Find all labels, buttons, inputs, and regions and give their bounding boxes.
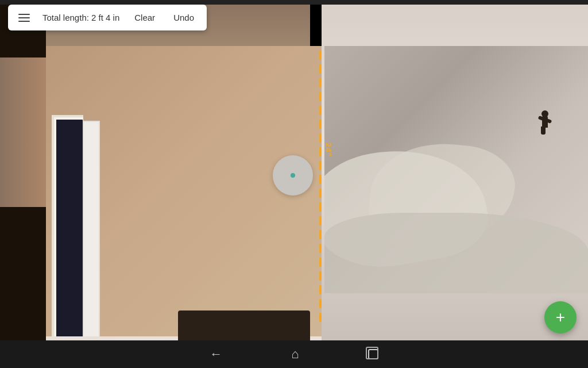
hamburger-line-2 (18, 17, 30, 18)
nav-recents-button[interactable] (368, 349, 378, 359)
measure-line (319, 51, 322, 338)
furniture-bottom (178, 310, 310, 345)
clear-button[interactable]: Clear (131, 10, 158, 25)
surfer-figure (536, 115, 554, 138)
drag-handle-dot (291, 173, 295, 178)
hamburger-line-3 (18, 21, 30, 22)
total-length-label: Total length: 2 ft 4 in (42, 13, 119, 22)
door-panel (83, 121, 100, 345)
nav-home-button[interactable] (291, 347, 299, 362)
toolbar: Total length: 2 ft 4 in Clear Undo (8, 5, 207, 30)
wave-3 (324, 213, 588, 293)
art-scene (324, 46, 588, 293)
hamburger-line-1 (18, 14, 30, 15)
surfer-legs (541, 126, 546, 135)
fab-add-button[interactable]: + (544, 301, 577, 334)
art-frame (324, 46, 588, 293)
fab-plus-icon: + (556, 309, 565, 325)
drag-handle[interactable] (273, 155, 313, 195)
upper-left-room (0, 57, 52, 207)
menu-button[interactable] (17, 13, 31, 23)
camera-view: 24" (0, 0, 588, 345)
nav-bar (0, 340, 588, 368)
door-interior (56, 120, 83, 342)
measure-label: 24" (324, 143, 333, 157)
status-bar (0, 0, 588, 5)
app: 24" Total length: 2 ft 4 in Clear Undo + (0, 0, 588, 368)
undo-button[interactable]: Undo (170, 10, 198, 25)
nav-back-button[interactable] (210, 347, 222, 362)
